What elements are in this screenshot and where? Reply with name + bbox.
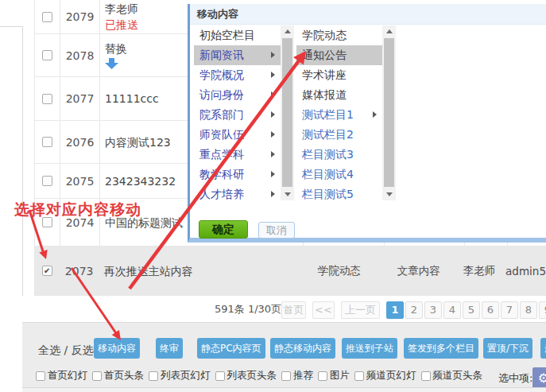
flag-list-headline[interactable]: 列表页头条: [215, 369, 277, 382]
row-title[interactable]: 2342343232: [105, 174, 176, 188]
list-item[interactable]: 栏目测试5: [296, 184, 382, 200]
checkbox-icon[interactable]: [149, 371, 158, 381]
expand-arrow-icon: [271, 91, 275, 98]
move-content-dialog: 移动内容 初始空栏目 新闻资讯 学院概况 访问身份 院系部门 师资队伍 重点学科…: [188, 4, 546, 243]
select-invert-link[interactable]: 全选 / 反选: [38, 343, 94, 358]
cancel-button[interactable]: 取消: [258, 222, 295, 239]
row-checkbox[interactable]: [42, 50, 52, 60]
list-item[interactable]: 教学科研: [194, 165, 281, 184]
page-number-9[interactable]: 9: [539, 301, 546, 319]
page-number-5[interactable]: 5: [463, 301, 480, 319]
row-checkbox-cell: [35, 0, 60, 33]
flag-home-slide[interactable]: 首页幻灯: [36, 369, 87, 382]
list-item[interactable]: 栏目测试4: [296, 165, 382, 184]
scroll-up-icon[interactable]: [382, 25, 396, 37]
row-checkbox-checked[interactable]: [42, 266, 52, 276]
sign-to-columns-button[interactable]: 签发到多个栏目: [404, 338, 478, 359]
checkbox-icon[interactable]: [36, 371, 45, 381]
flag-home-headline[interactable]: 首页头条: [92, 369, 144, 382]
list-item[interactable]: 院系部门: [194, 105, 281, 125]
fast-prev-button[interactable]: <<: [312, 301, 335, 319]
checkbox-icon[interactable]: [354, 371, 364, 381]
scrollbar[interactable]: [382, 25, 396, 200]
list-item[interactable]: 学院概况: [194, 65, 281, 85]
push-to-subsite-button[interactable]: 推送到子站: [342, 338, 397, 359]
checkbox-icon[interactable]: [92, 371, 102, 381]
row-checkbox[interactable]: [42, 94, 52, 104]
page-number-1[interactable]: 1: [386, 301, 404, 319]
row-title[interactable]: 11111ccc: [105, 91, 159, 106]
delete-button[interactable]: 删除: [540, 338, 546, 359]
checkbox-icon[interactable]: [281, 371, 291, 381]
expand-arrow-icon: [271, 131, 275, 138]
confirm-button[interactable]: 确定: [199, 220, 248, 239]
first-page-button[interactable]: 首页: [281, 301, 306, 319]
row-checkbox-cell: [35, 34, 60, 76]
row-checkbox-cell: [35, 164, 60, 198]
flag-channel-headline[interactable]: 频道页头条: [421, 369, 483, 382]
page-number-8[interactable]: 8: [520, 301, 537, 319]
row-checkbox[interactable]: [42, 12, 52, 22]
bottom-toolbar: 全选 / 反选 移动内容 终审 静态PC内容页 静态移动内容 推送到子站 签发到…: [22, 322, 546, 392]
checkbox-icon[interactable]: [318, 371, 327, 381]
list-item[interactable]: 媒体报道: [296, 85, 382, 105]
row-category: 学院动态: [299, 246, 378, 295]
page-number-6[interactable]: 6: [482, 301, 499, 319]
flag-image[interactable]: 图片: [318, 369, 350, 382]
list-item[interactable]: 学术讲座: [296, 65, 382, 85]
list-item[interactable]: 学院动态: [296, 25, 382, 45]
expand-arrow-icon: [271, 72, 275, 78]
scrollbar-thumb[interactable]: [282, 38, 292, 187]
list-item[interactable]: 栏目测试3: [296, 145, 382, 165]
pagination-summary: 591条 1/30页: [215, 302, 281, 316]
checkbox-icon[interactable]: [215, 371, 225, 381]
scroll-up-icon[interactable]: [281, 25, 294, 37]
list-item[interactable]: 重点学科: [194, 145, 281, 165]
row-title-cell: 再次推送主站内容: [99, 246, 299, 295]
list-item[interactable]: 测试栏目1: [296, 105, 382, 125]
list-item-selected[interactable]: 新闻资讯: [194, 45, 281, 65]
pin-sink-button[interactable]: 置顶/下沉: [483, 338, 532, 359]
row-title[interactable]: 再次推送主站内容: [104, 264, 193, 278]
static-mobile-page-button[interactable]: 静态移动内容: [270, 338, 335, 359]
list-item[interactable]: 测试栏目2: [296, 125, 382, 145]
scrollbar-thumb[interactable]: [384, 38, 394, 187]
list-item[interactable]: 师资队伍: [194, 125, 281, 145]
scrollbar[interactable]: [281, 25, 294, 200]
list-item[interactable]: 访问身份: [194, 85, 281, 105]
prev-page-button[interactable]: 上一页: [341, 301, 380, 319]
list-item[interactable]: 初始空栏目: [194, 25, 281, 45]
table-row-selected: 2073 再次推送主站内容 学院动态 文章内容 李老师 admin5: [34, 246, 546, 296]
row-checkbox-cell: [35, 246, 60, 295]
static-pc-page-button[interactable]: 静态PC内容页: [197, 338, 265, 359]
final-review-button[interactable]: 终审: [156, 338, 183, 359]
list-item-selected[interactable]: 通知公告: [296, 45, 382, 65]
pushed-badge: 已推送: [105, 17, 138, 32]
page-number-2[interactable]: 2: [405, 301, 423, 319]
row-title[interactable]: 内容测试123: [105, 135, 171, 149]
dialog-title: 移动内容: [190, 4, 546, 25]
scroll-down-icon[interactable]: [281, 188, 294, 200]
list-item[interactable]: 人才培养: [194, 184, 281, 200]
page-number-7[interactable]: 7: [501, 301, 518, 319]
scroll-down-icon[interactable]: [382, 188, 396, 200]
row-title[interactable]: 李老师: [105, 2, 138, 16]
row-id: 2077: [60, 77, 100, 120]
checkbox-icon[interactable]: [421, 371, 431, 381]
row-account: admin5: [500, 246, 546, 295]
page-number-3[interactable]: 3: [424, 301, 442, 319]
row-id: 2073: [60, 246, 99, 295]
flags-row: 首页幻灯 首页头条 列表页幻灯 列表页头条 推荐 图片 频道页幻灯 频道页头条: [36, 369, 487, 382]
move-content-button[interactable]: 移动内容: [94, 338, 140, 359]
page-number-4[interactable]: 4: [443, 301, 461, 319]
selected-settings-button[interactable]: ⚙: [532, 367, 546, 390]
row-title[interactable]: 替换: [105, 41, 127, 56]
expand-arrow-icon: [271, 191, 275, 197]
row-checkbox[interactable]: [42, 176, 52, 186]
row-id: 2076: [60, 121, 100, 163]
row-checkbox[interactable]: [42, 137, 52, 147]
flag-channel-slide[interactable]: 频道页幻灯: [354, 369, 416, 382]
flag-recommend[interactable]: 推荐: [281, 369, 313, 382]
expand-arrow-icon: [271, 52, 275, 58]
flag-list-slide[interactable]: 列表页幻灯: [149, 369, 211, 382]
